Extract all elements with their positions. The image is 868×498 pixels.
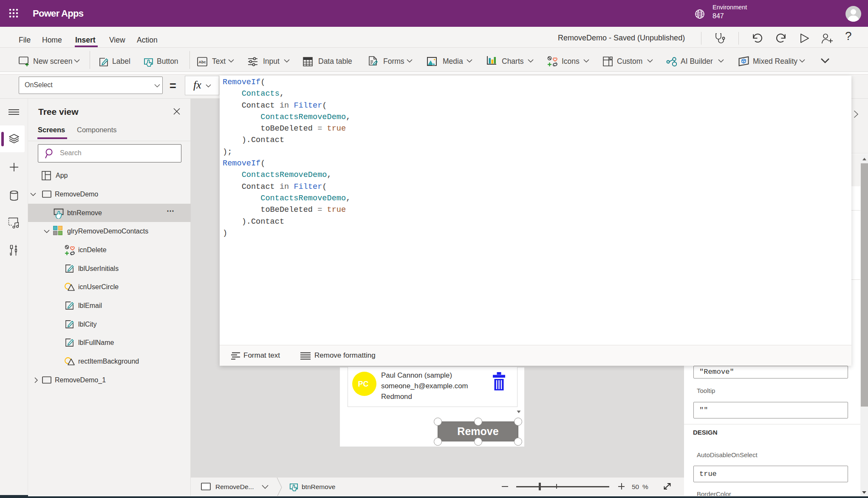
svg-text:Abc: Abc <box>198 60 206 64</box>
